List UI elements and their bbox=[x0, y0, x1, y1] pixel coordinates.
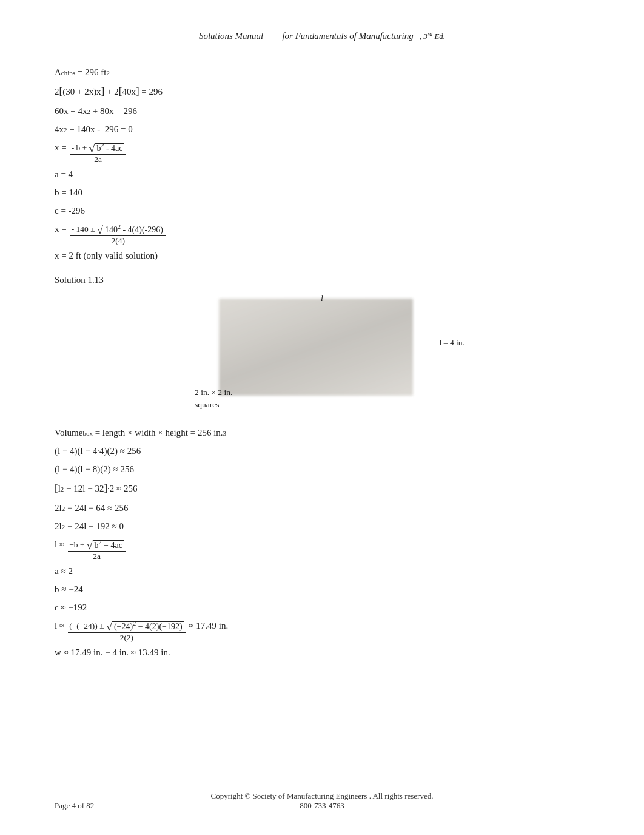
vol-line3: [ l2 − 12l − 32 ] ·2 ≈ 256 bbox=[55, 479, 589, 498]
diagram-label-bottom: 2 in. × 2 in. squares bbox=[195, 387, 232, 411]
math-line-c: c = -296 bbox=[55, 203, 589, 219]
footer-page: Page 4 of 82 bbox=[55, 801, 94, 811]
diagram-label-l: l bbox=[321, 294, 323, 303]
header-for: for Fundamentals of Manufacturing bbox=[282, 31, 413, 41]
diagram-container: l l – 4 in. 2 in. × 2 in. squares bbox=[176, 292, 468, 414]
solution-label: Solution 1.13 bbox=[55, 275, 589, 285]
vol-width: w ≈ 17.49 in. − 4 in. ≈ 13.49 in. bbox=[55, 644, 589, 661]
math-line-expand: 60x + 4x2 + 80x = 296 bbox=[55, 103, 589, 120]
math-line-b: b = 140 bbox=[55, 184, 589, 201]
diagram-image bbox=[219, 299, 413, 396]
volume-eq: Volumebox = length × width × height = 25… bbox=[55, 425, 589, 441]
header-edition: , 3rd Ed. bbox=[420, 30, 445, 41]
header-solutions: Solutions Manual bbox=[199, 31, 263, 41]
vol-line5: 2l2 − 24l − 192 ≈ 0 bbox=[55, 518, 589, 535]
volume-section: Volumebox = length × width × height = 25… bbox=[55, 425, 589, 661]
math-block-1: Achips = 296 ft2 2[(30 + 2x)x] + 2[40x] … bbox=[55, 64, 589, 264]
diagram-area: l l – 4 in. 2 in. × 2 in. squares bbox=[55, 292, 589, 414]
vol-quadresult: l ≈ (−(−24)) ± √(−24)2 − 4(2)(−192) 2(2)… bbox=[55, 618, 589, 643]
math-line-solution: x = 2 ft (only valid solution) bbox=[55, 248, 589, 264]
footer-phone: 800-733-4763 bbox=[211, 801, 434, 811]
page-footer: Copyright © Society of Manufacturing Eng… bbox=[0, 791, 644, 811]
footer-copyright: Copyright © Society of Manufacturing Eng… bbox=[211, 791, 434, 811]
vol-c: c ≈ −192 bbox=[55, 600, 589, 616]
vol-a: a ≈ 2 bbox=[55, 563, 589, 580]
vol-line4: 2l2 − 24l − 64 ≈ 256 bbox=[55, 500, 589, 516]
math-line-quadformula2: x = - 140 ± √1402 - 4(4)(-296) 2(4) bbox=[55, 221, 589, 246]
math-line-a: a = 4 bbox=[55, 166, 589, 183]
vol-quadformula: l ≈ −b ± √b2 − 4ac 2a bbox=[55, 536, 589, 561]
math-line-achips: Achips = 296 ft2 bbox=[55, 64, 589, 81]
page: Solutions Manual for Fundamentals of Man… bbox=[0, 0, 644, 835]
header-spacer bbox=[269, 31, 276, 41]
vol-line2: (l − 4)(l − 8)(2) ≈ 256 bbox=[55, 461, 589, 478]
vol-b: b ≈ −24 bbox=[55, 581, 589, 598]
page-header: Solutions Manual for Fundamentals of Man… bbox=[55, 30, 589, 41]
math-line-eq1: 2[(30 + 2x)x] + 2[40x] = 296 bbox=[55, 83, 589, 101]
vol-line1: (l − 4)(l − 4·4)(2) ≈ 256 bbox=[55, 443, 589, 459]
math-line-quadformula1: x = - b ± √b2 - 4ac 2a bbox=[55, 140, 589, 164]
math-line-quad: 4x2 + 140x - 296 = 0 bbox=[55, 121, 589, 138]
diagram-label-right: l – 4 in. bbox=[440, 338, 465, 348]
copyright-text: Copyright © Society of Manufacturing Eng… bbox=[211, 791, 434, 801]
